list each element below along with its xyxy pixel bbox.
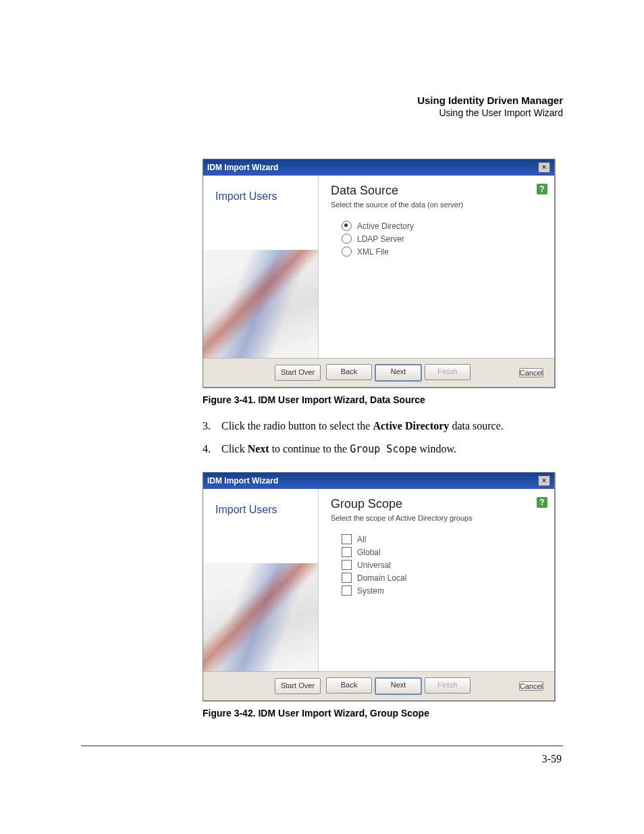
finish-button: Finish	[425, 677, 471, 694]
dialog1-title: IDM Import Wizard	[207, 163, 278, 172]
next-button[interactable]: Next	[375, 677, 422, 695]
checkbox-icon	[342, 573, 352, 583]
help-icon[interactable]: ?	[537, 184, 547, 194]
checkbox-icon	[342, 585, 352, 596]
radio-label: Active Directory	[357, 221, 414, 231]
back-button[interactable]: Back	[326, 364, 372, 380]
dialog2-title: IDM Import Wizard	[207, 476, 278, 486]
checkbox-label: System	[357, 586, 384, 596]
header-title: Using Identity Driven Manager	[81, 95, 563, 106]
checkbox-system[interactable]: System	[342, 585, 545, 596]
dialog2-button-bar: Start Over Back Next Finish Cancel	[203, 671, 554, 700]
instruction-step-3: 3. Click the radio button to select the …	[203, 419, 563, 434]
instruction-step-4: 4. Click Next to continue to the Group S…	[203, 442, 563, 457]
checkbox-all[interactable]: All	[342, 534, 545, 544]
radio-active-directory[interactable]: Active Directory	[342, 221, 545, 231]
dialog-group-scope: IDM Import Wizard × Import Users ? Group…	[203, 472, 555, 701]
close-icon[interactable]: ×	[538, 162, 550, 173]
checkbox-universal[interactable]: Universal	[342, 560, 545, 570]
radio-icon	[342, 246, 352, 257]
cancel-button[interactable]: Cancel	[519, 368, 543, 377]
dialog1-titlebar: IDM Import Wizard ×	[203, 159, 554, 176]
radio-icon	[342, 221, 352, 231]
dialog2-titlebar: IDM Import Wizard ×	[203, 473, 554, 489]
figure-caption-2: Figure 3-42. IDM User Import Wizard, Gro…	[203, 708, 563, 719]
cancel-button[interactable]: Cancel	[519, 681, 543, 691]
dialog2-page-desc: Select the scope of Active Directory gro…	[331, 514, 545, 522]
back-button[interactable]: Back	[326, 677, 372, 694]
checkbox-icon	[342, 560, 352, 570]
dialog2-page-title: Group Scope	[331, 497, 545, 511]
finish-button: Finish	[425, 364, 471, 380]
start-over-button[interactable]: Start Over	[275, 365, 321, 381]
radio-ldap-server[interactable]: LDAP Server	[342, 234, 545, 244]
checkbox-global[interactable]: Global	[342, 547, 545, 557]
dialog1-sidebar-label: Import Users	[203, 176, 318, 209]
help-icon[interactable]: ?	[537, 497, 547, 508]
figure-caption-1: Figure 3-41. IDM User Import Wizard, Dat…	[203, 394, 563, 405]
checkbox-domain-local[interactable]: Domain Local	[342, 573, 545, 583]
dialog1-button-bar: Start Over Back Next Finish Cancel	[203, 358, 554, 387]
dialog1-sidebar: Import Users	[203, 176, 319, 358]
next-button[interactable]: Next	[375, 364, 422, 382]
radio-label: XML File	[357, 247, 389, 257]
checkbox-icon	[342, 534, 352, 544]
dialog2-sidebar: Import Users	[203, 489, 319, 671]
page-header: Using Identity Driven Manager Using the …	[81, 95, 563, 118]
dialog1-page-title: Data Source	[331, 184, 545, 198]
dialog1-page-desc: Select the source of the data (on server…	[331, 201, 545, 209]
checkbox-label: Universal	[357, 561, 391, 570]
close-icon[interactable]: ×	[538, 475, 550, 486]
step-number: 3.	[203, 419, 221, 434]
checkbox-label: All	[357, 535, 366, 544]
radio-xml-file[interactable]: XML File	[342, 246, 545, 257]
radio-icon	[342, 234, 352, 244]
dialog2-sidebar-label: Import Users	[203, 489, 318, 523]
sidebar-graphic	[203, 563, 318, 671]
step-number: 4.	[203, 442, 221, 457]
footer-rule	[81, 746, 563, 746]
start-over-button[interactable]: Start Over	[275, 678, 321, 694]
page-number: 3-59	[81, 753, 563, 765]
radio-label: LDAP Server	[357, 234, 404, 244]
checkbox-icon	[342, 547, 352, 557]
header-subtitle: Using the User Import Wizard	[81, 107, 563, 118]
checkbox-label: Global	[357, 548, 381, 557]
checkbox-label: Domain Local	[357, 573, 406, 583]
sidebar-graphic	[203, 250, 318, 358]
dialog-data-source: IDM Import Wizard × Import Users ? Data …	[203, 159, 555, 388]
